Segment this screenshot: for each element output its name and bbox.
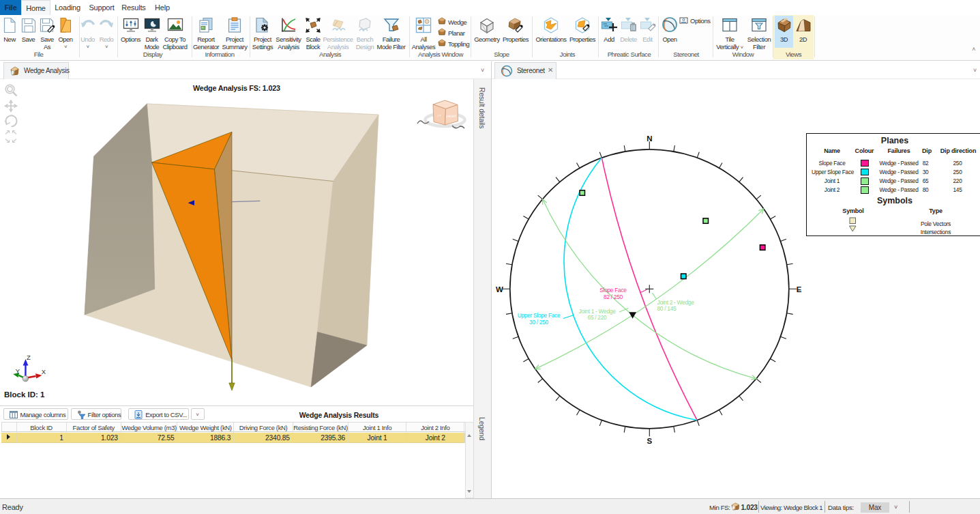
svg-text:65 / 220: 65 / 220 bbox=[588, 314, 608, 321]
svg-text:Y: Y bbox=[16, 367, 20, 375]
svg-text:Upper Slope Face: Upper Slope Face bbox=[518, 312, 561, 319]
svg-text:Slope Face: Slope Face bbox=[599, 287, 627, 294]
svg-text:LT: LT bbox=[437, 114, 441, 117]
svg-text:Z: Z bbox=[27, 354, 31, 361]
svg-text:80 / 145: 80 / 145 bbox=[657, 305, 677, 312]
svg-text:30 / 250: 30 / 250 bbox=[529, 319, 549, 326]
svg-text:FRONT: FRONT bbox=[446, 115, 457, 119]
svg-text:W: W bbox=[496, 285, 503, 294]
svg-text:X: X bbox=[42, 368, 46, 375]
svg-text:E: E bbox=[797, 285, 802, 294]
svg-text:S: S bbox=[647, 437, 652, 445]
svg-text:82 / 250: 82 / 250 bbox=[604, 294, 623, 300]
svg-text:N: N bbox=[647, 134, 652, 143]
